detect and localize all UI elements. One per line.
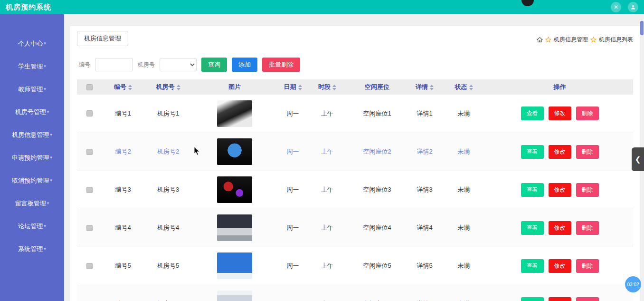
scrollbar-thumb[interactable] — [640, 21, 644, 35]
chevron-down-icon: ▾ — [44, 246, 46, 251]
column-header-机房号[interactable]: 机房号 — [144, 79, 192, 95]
query-button[interactable]: 查询 — [201, 58, 227, 72]
sort-icon[interactable] — [430, 85, 434, 90]
sidebar-item-2[interactable]: 学生管理▾ — [0, 55, 64, 78]
cell-seats: 空闲座位4 — [346, 209, 408, 247]
sidebar-item-6[interactable]: 申请预约管理▾ — [0, 146, 64, 169]
cell-status: 未满 — [441, 247, 486, 285]
breadcrumb: 机房信息管理机房信息列表 — [537, 36, 633, 44]
edit-button[interactable]: 修改 — [549, 297, 571, 301]
cell-date: 周一 — [277, 285, 308, 301]
cell-date: 周一 — [277, 171, 308, 209]
row-checkbox[interactable] — [86, 187, 93, 193]
sidebar-item-label: 学生管理 — [18, 63, 43, 70]
cell-detail: 详情3 — [408, 171, 441, 209]
cell-seats: 空闲座位2 — [346, 133, 408, 171]
cell-period: 上午 — [308, 285, 346, 301]
column-header-日期[interactable]: 日期 — [277, 79, 308, 95]
sort-icon[interactable] — [298, 85, 302, 90]
table-body: 编号1机房号1周一上午空闲座位1详情1未满查看修改删除编号2机房号2周一上午空闲… — [77, 95, 633, 301]
tab-room-info[interactable]: 机房信息管理 — [77, 31, 128, 46]
view-button[interactable]: 查看 — [521, 259, 544, 273]
cell-id: 编号1 — [102, 95, 144, 133]
chevron-left-icon: ❮ — [635, 155, 641, 164]
cell-period: 上午 — [308, 95, 346, 133]
id-filter-input[interactable] — [95, 58, 133, 71]
breadcrumb-item-2[interactable]: 机房信息列表 — [599, 36, 633, 44]
cell-date: 周一 — [277, 209, 308, 247]
row-checkbox[interactable] — [86, 263, 93, 269]
app-title: 机房预约系统 — [6, 3, 51, 12]
sidebar-item-4[interactable]: 机房号管理▾ — [0, 101, 64, 124]
sidebar-item-9[interactable]: 论坛管理▾ — [0, 215, 64, 238]
chevron-down-icon: ▾ — [50, 132, 52, 137]
delete-button[interactable]: 删除 — [576, 297, 599, 301]
view-button[interactable]: 查看 — [521, 297, 544, 301]
sidebar-item-3[interactable]: 教师管理▾ — [0, 78, 64, 101]
collapse-panel-handle[interactable]: ❮ — [632, 147, 644, 171]
edit-button[interactable]: 修改 — [549, 145, 571, 159]
table-header-row: 编号机房号图片日期时段空闲座位详情状态操作 — [77, 79, 633, 95]
cell-status: 未满 — [441, 95, 486, 133]
add-button[interactable]: 添加 — [232, 58, 257, 72]
batch-delete-button[interactable]: 批量删除 — [262, 58, 300, 72]
delete-button[interactable]: 删除 — [576, 221, 599, 235]
sidebar-item-8[interactable]: 留言板管理▾ — [0, 192, 64, 215]
monitor-image — [217, 138, 252, 165]
sidebar-item-label: 系统管理 — [18, 245, 43, 252]
view-button[interactable]: 查看 — [521, 183, 544, 197]
view-button[interactable]: 查看 — [521, 145, 544, 159]
column-header-详情[interactable]: 详情 — [408, 79, 441, 95]
column-header-状态[interactable]: 状态 — [441, 79, 486, 95]
cell-date: 周一 — [277, 247, 308, 285]
row-checkbox[interactable] — [86, 225, 93, 231]
sidebar-item-label: 机房号管理 — [15, 108, 46, 116]
view-button[interactable]: 查看 — [521, 221, 544, 235]
table-row: 编号4机房号4周一上午空闲座位4详情4未满查看修改删除 — [77, 209, 633, 247]
chevron-down-icon: ▾ — [44, 64, 46, 68]
sidebar-menu: 个人中心▾学生管理▾教师管理▾机房号管理▾机房信息管理▾申请预约管理▾取消预约管… — [0, 32, 64, 261]
table-row: 编号3机房号3周一上午空闲座位3详情3未满查看修改删除 — [77, 171, 633, 209]
sidebar-item-label: 机房信息管理 — [12, 131, 49, 138]
room-filter-select[interactable] — [160, 58, 197, 71]
delete-button[interactable]: 删除 — [576, 259, 599, 273]
row-checkbox[interactable] — [86, 149, 93, 155]
table-row: 编号6机房号6周一上午空闲座位6详情6未满查看修改删除 — [77, 285, 633, 301]
sidebar-item-label: 留言板管理 — [15, 200, 46, 207]
sidebar-item-10[interactable]: 系统管理▾ — [0, 238, 64, 261]
breadcrumb-item-1[interactable]: 机房信息管理 — [554, 36, 588, 44]
column-header-编号[interactable]: 编号 — [102, 79, 144, 95]
cell-period: 上午 — [308, 171, 346, 209]
delete-button[interactable]: 删除 — [576, 183, 599, 197]
column-header-空闲座位: 空闲座位 — [346, 79, 408, 95]
intel-cpu-box-image — [217, 252, 252, 279]
user-icon[interactable] — [628, 2, 638, 12]
sidebar-item-1[interactable]: 个人中心▾ — [0, 32, 64, 55]
view-button[interactable]: 查看 — [521, 107, 544, 120]
sort-icon[interactable] — [469, 85, 473, 90]
content-card: 机房信息管理 机房信息管理机房信息列表 编号 机房号 查询 添加 批量删除 编号… — [70, 26, 640, 301]
sort-icon[interactable] — [177, 85, 180, 90]
select-all-checkbox[interactable] — [86, 84, 93, 90]
row-checkbox[interactable] — [86, 110, 93, 117]
room-info-table: 编号机房号图片日期时段空闲座位详情状态操作 编号1机房号1周一上午空闲座位1详情… — [77, 79, 633, 301]
cell-id: 编号5 — [102, 247, 144, 285]
edit-button[interactable]: 修改 — [549, 259, 571, 273]
cell-room: 机房号4 — [144, 209, 192, 247]
sidebar-item-7[interactable]: 取消预约管理▾ — [0, 169, 64, 192]
delete-button[interactable]: 删除 — [576, 107, 599, 120]
sort-icon[interactable] — [128, 85, 132, 90]
chevron-down-icon: ▾ — [50, 178, 52, 183]
cell-id: 编号6 — [102, 285, 144, 301]
sidebar-item-5[interactable]: 机房信息管理▾ — [0, 124, 64, 146]
edit-button[interactable]: 修改 — [549, 221, 571, 235]
pc-case-image — [217, 176, 252, 203]
edit-button[interactable]: 修改 — [549, 107, 571, 120]
close-icon[interactable]: ✕ — [611, 2, 621, 12]
sort-icon[interactable] — [332, 85, 336, 90]
edit-button[interactable]: 修改 — [549, 183, 571, 197]
delete-button[interactable]: 删除 — [576, 145, 599, 159]
cell-detail: 详情6 — [408, 285, 441, 301]
cell-seats: 空闲座位1 — [346, 95, 408, 133]
column-header-时段[interactable]: 时段 — [308, 79, 346, 95]
